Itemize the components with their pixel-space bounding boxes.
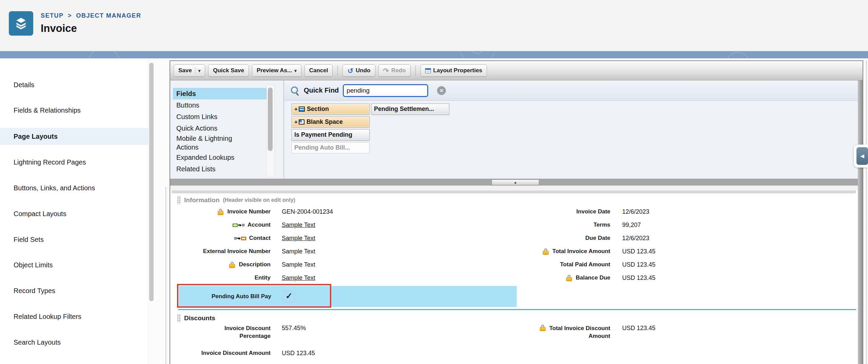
quick-find-bar: Quick Find ✕ — [284, 80, 858, 101]
add-icon: + — [294, 106, 298, 113]
quick-find-input[interactable] — [343, 84, 428, 97]
canvas-top-bar — [172, 190, 856, 193]
section-note: (Header visible on edit only) — [223, 197, 295, 203]
preview-as-button[interactable]: Preview As... ▾ — [252, 64, 301, 77]
drag-handle-icon[interactable] — [177, 196, 181, 204]
right-panel-handle: ◀ — [854, 145, 868, 168]
cancel-button[interactable]: Cancel — [304, 64, 333, 77]
save-button[interactable]: Save ▾ — [174, 64, 205, 77]
sidebar-scrollbar-thumb[interactable] — [149, 63, 154, 301]
undo-button[interactable]: ↺ Undo — [342, 64, 375, 77]
palette-item-blank-space[interactable]: + Blank Space — [292, 116, 370, 128]
field-value: GEN-2004-001234 — [282, 208, 333, 215]
discounts-right-column: Total Invoice Discount Amount USD 123.45 — [515, 323, 856, 346]
section-title: Information — [184, 196, 220, 204]
field-row-balance-due[interactable]: Balance Due USD 123.45 — [515, 271, 856, 285]
sidebar-item-field-sets[interactable]: Field Sets — [0, 231, 148, 248]
section-divider — [178, 309, 856, 310]
quick-save-label: Quick Save — [213, 67, 244, 74]
sidebar-item-related-lookup-filters[interactable]: Related Lookup Filters — [0, 308, 148, 325]
field-value: USD 123.45 — [622, 325, 655, 332]
field-row-entity[interactable]: Entity Sample Text — [172, 271, 517, 285]
field-label: Total Invoice Discount Amount — [549, 325, 610, 340]
palette-item-pending-settlement[interactable]: Pending Settlemen... — [371, 103, 449, 115]
quick-save-button[interactable]: Quick Save — [208, 64, 249, 77]
sidebar-item-record-types[interactable]: Record Types — [0, 282, 148, 299]
field-row-invoice-number[interactable]: Invoice Number GEN-2004-001234 — [172, 205, 517, 218]
lookup-account-icon — [233, 224, 244, 227]
lock-icon — [540, 325, 546, 331]
object-sidebar: Details Fields & Relationships Page Layo… — [0, 58, 155, 364]
breadcrumb-setup-link[interactable]: SETUP — [41, 12, 64, 19]
save-split-divider — [195, 67, 195, 74]
palette-collapse-bar: ▲ — [170, 179, 863, 186]
layout-properties-button[interactable]: Layout Properties — [420, 64, 487, 77]
field-row-invoice-date[interactable]: Invoice Date 12/6/2023 — [515, 205, 856, 218]
field-label: External Invoice Number — [203, 248, 271, 255]
field-value: USD 123.45 — [622, 248, 655, 255]
field-row-account[interactable]: Account Sample Text — [172, 218, 517, 232]
page-title: Invoice — [41, 22, 77, 35]
section-header-information: Information (Header visible on edit only… — [177, 195, 295, 205]
palette-category-custom-links[interactable]: Custom Links — [173, 111, 271, 122]
clear-search-button[interactable]: ✕ — [437, 86, 446, 95]
field-row-contact[interactable]: Contact Sample Text — [172, 232, 517, 245]
field-row-external-invoice-number[interactable]: External Invoice Number Sample Text — [172, 245, 517, 258]
lock-icon — [543, 248, 549, 255]
search-icon — [290, 86, 300, 95]
palette-item-pending-auto-bill: Pending Auto Bill... — [292, 142, 370, 153]
field-row-total-invoice-amount[interactable]: Total Invoice Amount USD 123.45 — [515, 245, 856, 258]
field-row-terms[interactable]: Terms 99,207 — [515, 218, 856, 232]
undo-icon: ↺ — [347, 67, 353, 74]
add-icon: + — [294, 119, 298, 126]
expand-panel-button[interactable]: ◀ — [856, 147, 868, 165]
palette-category-fields[interactable]: Fields — [173, 88, 271, 99]
sidebar-item-fields-relationships[interactable]: Fields & Relationships — [0, 102, 148, 119]
field-row-description[interactable]: Description Sample Text — [172, 258, 517, 271]
field-label: Invoice Date — [576, 208, 610, 216]
palette-category-buttons[interactable]: Buttons — [173, 99, 271, 111]
palette-item-section[interactable]: + Section — [292, 103, 370, 115]
field-label: Total Paid Amount — [560, 261, 610, 269]
field-label: Entity — [255, 274, 271, 282]
information-left-column: Invoice Number GEN-2004-001234 Account S… — [172, 205, 517, 285]
field-value: 12/6/2023 — [622, 235, 649, 242]
sidebar-item-search-layouts[interactable]: Search Layouts — [0, 334, 148, 351]
palette-category-quick-actions[interactable]: Quick Actions — [173, 122, 271, 134]
drag-handle-icon[interactable] — [177, 314, 181, 322]
palette-category-expanded-lookups[interactable]: Expanded Lookups — [173, 152, 271, 163]
field-label: Account — [248, 221, 271, 229]
save-label: Save — [178, 67, 192, 74]
sidebar-item-page-layouts[interactable]: Page Layouts — [0, 128, 148, 145]
palette-category-related-lists[interactable]: Related Lists — [173, 163, 271, 175]
field-row-pending-auto-bill-pay-selected[interactable]: Pending Auto Bill Pay ✓ — [179, 286, 517, 307]
decorative-banner — [0, 51, 868, 59]
palette-category-mobile-lightning-actions[interactable]: Mobile & Lightning Actions — [173, 134, 271, 152]
field-row-due-date[interactable]: Due Date 12/6/2023 — [515, 232, 856, 245]
palette-item-label: Pending Auto Bill... — [294, 144, 350, 151]
field-label: Description — [239, 261, 271, 269]
section-element-icon — [299, 107, 305, 112]
toolbar-separator — [337, 65, 338, 76]
palette-scrollbar-thumb[interactable] — [268, 88, 273, 151]
save-dropdown-icon[interactable]: ▾ — [198, 68, 201, 73]
sidebar-item-compact-layouts[interactable]: Compact Layouts — [0, 205, 148, 222]
layout-properties-label: Layout Properties — [433, 67, 482, 74]
redo-button[interactable]: ↷ Redo — [378, 64, 411, 77]
field-row-total-paid-amount[interactable]: Total Paid Amount USD 123.45 — [515, 258, 856, 271]
field-row-invoice-discount-percentage[interactable]: Invoice Discount Percentage 557.45% — [172, 323, 517, 346]
collapse-palette-button[interactable]: ▲ — [492, 179, 539, 185]
section-title: Discounts — [184, 314, 215, 322]
palette-item-label: Blank Space — [307, 118, 343, 126]
sidebar-item-lightning-record-pages[interactable]: Lightning Record Pages — [0, 154, 148, 171]
sidebar-item-details[interactable]: Details — [0, 76, 148, 93]
sidebar-item-object-limits[interactable]: Object Limits — [0, 256, 148, 273]
palette-item-is-payment-pending[interactable]: Is Payment Pending — [292, 129, 370, 140]
sidebar-item-buttons-links-actions[interactable]: Buttons, Links, and Actions — [0, 179, 148, 196]
information-right-column: Invoice Date 12/6/2023 Terms 99,207 Due … — [515, 205, 856, 285]
breadcrumb-object-manager-link[interactable]: OBJECT MANAGER — [76, 12, 141, 19]
preview-as-dropdown-icon: ▾ — [294, 68, 297, 73]
field-row-total-invoice-discount-amount[interactable]: Total Invoice Discount Amount USD 123.45 — [515, 323, 856, 346]
field-row-invoice-discount-amount[interactable]: Invoice Discount Amount USD 123.45 — [172, 346, 517, 361]
editor-right-scroll-edge[interactable] — [858, 80, 863, 364]
